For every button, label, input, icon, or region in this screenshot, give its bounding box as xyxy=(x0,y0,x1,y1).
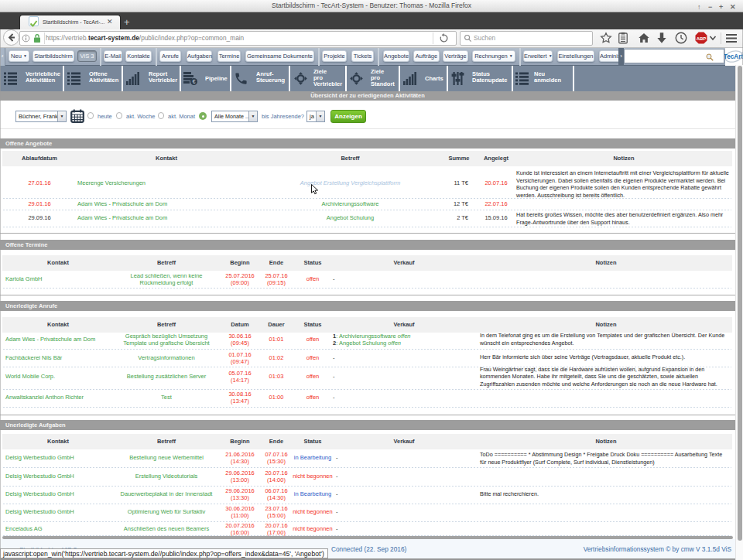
svg-text:TecArt: TecArt xyxy=(724,53,743,60)
svg-text:ABP: ABP xyxy=(697,36,707,41)
